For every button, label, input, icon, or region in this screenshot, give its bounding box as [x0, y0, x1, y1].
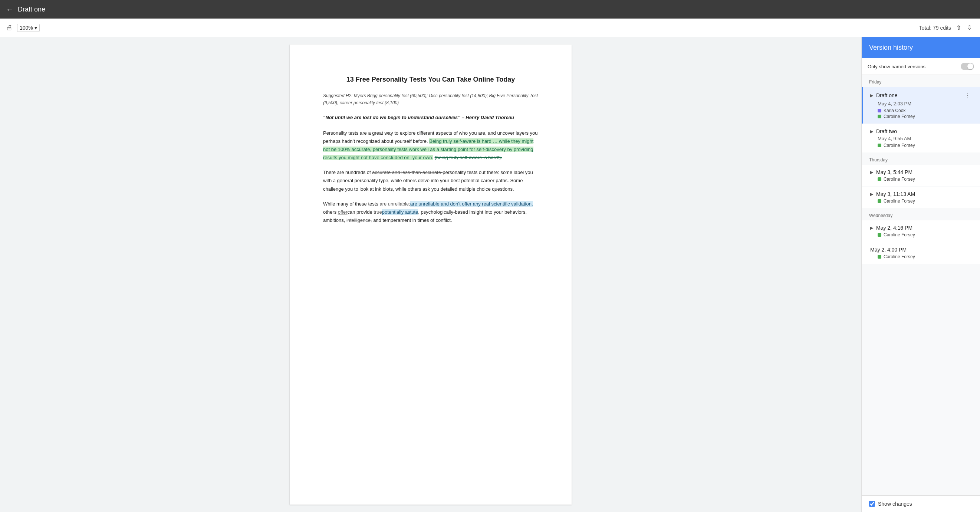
version-authors: Caroline Forsey: [870, 254, 972, 259]
show-changes-checkbox[interactable]: [869, 501, 875, 507]
para3-highlight: are unreliable and don’t offer any real …: [410, 201, 533, 207]
author-name: Caroline Forsey: [883, 232, 915, 237]
version-item-header: ▶Draft two: [870, 128, 972, 134]
doc-main-title: 13 Free Personality Tests You Can Take O…: [323, 74, 538, 85]
day-section: Thursday▶May 3, 5:44 PMCaroline Forsey▶M…: [862, 153, 980, 208]
para3-strike4: intelligence,: [347, 218, 372, 223]
version-item-header: May 2, 4:00 PM: [870, 247, 972, 253]
day-section: Wednesday▶May 2, 4:16 PMCaroline ForseyM…: [862, 208, 980, 264]
version-name: Draft one: [876, 92, 898, 98]
toggle-row: Only show named versions: [862, 58, 980, 75]
edit-count: Total: 79 edits ⇧ ⇩: [919, 23, 974, 32]
document-page: 13 Free Personality Tests You Can Take O…: [290, 45, 572, 504]
para3-strike3: true: [374, 209, 382, 215]
version-name: May 2, 4:16 PM: [876, 225, 913, 231]
version-expand-arrow[interactable]: ▶: [870, 192, 873, 197]
author-name: Caroline Forsey: [883, 254, 915, 259]
document-area: 13 Free Personality Tests You Can Take O…: [0, 37, 861, 512]
doc-suggested-text: Suggested H2: Myers Brigg personality te…: [323, 92, 538, 107]
print-icon[interactable]: 🖨: [6, 24, 13, 32]
author-name: Caroline Forsey: [883, 199, 915, 204]
zoom-arrow-icon: ▾: [35, 25, 37, 31]
version-item-header: ▶May 2, 4:16 PM: [870, 225, 972, 231]
author-row: Caroline Forsey: [878, 143, 972, 148]
version-name: May 3, 11:13 AM: [876, 191, 915, 197]
version-item[interactable]: ▶Draft one⋮May 4, 2:03 PMKarla CookCarol…: [862, 87, 980, 124]
author-row: Caroline Forsey: [878, 199, 972, 204]
version-authors: Karla CookCaroline Forsey: [870, 108, 972, 119]
version-arrow-title: ▶May 2, 4:16 PM: [870, 225, 913, 231]
day-label: Thursday: [862, 153, 980, 165]
version-item-header: ▶May 3, 11:13 AM: [870, 191, 972, 197]
author-name: Caroline Forsey: [883, 176, 915, 182]
nav-arrows: ⇧ ⇩: [954, 23, 974, 32]
version-item[interactable]: ▶May 3, 5:44 PMCaroline Forsey: [862, 165, 980, 186]
edit-count-label: Total: 79 edits: [919, 25, 951, 31]
para2-strike: accurate and less-than-accurate-: [372, 170, 442, 175]
doc-para-2: There are hundreds of accurate and less-…: [323, 169, 538, 193]
version-expand-arrow[interactable]: ▶: [870, 129, 873, 134]
sidebar-content: Friday▶Draft one⋮May 4, 2:03 PMKarla Coo…: [862, 75, 980, 495]
version-arrow-title: ▶May 3, 5:44 PM: [870, 169, 913, 175]
version-arrow-title: May 2, 4:00 PM: [870, 247, 907, 253]
named-versions-toggle[interactable]: [961, 63, 974, 70]
author-row: Karla Cook: [878, 108, 972, 113]
para3-after2: can provide: [348, 209, 374, 215]
author-color-dot: [878, 233, 881, 237]
author-color-dot: [878, 177, 881, 181]
version-more-button[interactable]: ⋮: [963, 91, 972, 99]
zoom-value: 100%: [20, 25, 33, 31]
version-item-header: ▶Draft one⋮: [870, 91, 972, 99]
version-timestamp: May 4, 2:03 PM: [870, 101, 972, 107]
version-authors: Caroline Forsey: [870, 143, 972, 148]
version-name: May 3, 5:44 PM: [876, 169, 913, 175]
author-color-dot: [878, 114, 881, 118]
para2-before: There are hundreds of: [323, 170, 372, 175]
day-label: Friday: [862, 75, 980, 87]
version-expand-arrow[interactable]: ▶: [870, 226, 873, 231]
prev-edit-button[interactable]: ⇧: [954, 23, 963, 32]
back-button[interactable]: ←: [6, 5, 13, 14]
version-timestamp: May 4, 9:55 AM: [870, 136, 972, 142]
author-color-dot: [878, 109, 881, 113]
version-name: Draft two: [876, 128, 897, 134]
version-item[interactable]: ▶Draft twoMay 4, 9:55 AMCaroline Forsey: [862, 124, 980, 153]
top-bar: ← Draft one: [0, 0, 980, 19]
para3-strike1: are unreliable;: [379, 201, 410, 207]
para3-before: While many of these tests: [323, 201, 379, 207]
version-sidebar: Version history Only show named versions…: [861, 37, 980, 512]
version-authors: Caroline Forsey: [870, 199, 972, 204]
para1-strikethrough: (being truly self-aware is hard!).: [435, 155, 502, 160]
version-authors: Caroline Forsey: [870, 176, 972, 182]
author-row: Caroline Forsey: [878, 232, 972, 237]
version-arrow-title: ▶Draft two: [870, 128, 897, 134]
version-item[interactable]: ▶May 3, 11:13 AMCaroline Forsey: [862, 187, 980, 208]
version-name: May 2, 4:00 PM: [870, 247, 907, 253]
toggle-knob: [967, 64, 973, 69]
version-item[interactable]: ▶May 2, 4:16 PMCaroline Forsey: [862, 220, 980, 242]
version-arrow-title: ▶Draft one: [870, 92, 898, 98]
day-section: Friday▶Draft one⋮May 4, 2:03 PMKarla Coo…: [862, 75, 980, 153]
day-label: Wednesday: [862, 208, 980, 220]
doc-para-1: Personality tests are a great way to exp…: [323, 129, 538, 162]
sidebar-footer: Show changes: [862, 495, 980, 512]
author-name: Caroline Forsey: [883, 114, 915, 119]
version-expand-arrow[interactable]: ▶: [870, 93, 873, 98]
toolbar: 🖨 100% ▾ Total: 79 edits ⇧ ⇩: [0, 19, 980, 37]
zoom-control[interactable]: 100% ▾: [17, 24, 40, 32]
version-authors: Caroline Forsey: [870, 232, 972, 237]
author-color-dot: [878, 143, 881, 147]
para3-strike2: offer: [338, 209, 348, 215]
next-edit-button[interactable]: ⇩: [965, 23, 974, 32]
author-name: Karla Cook: [883, 108, 905, 113]
version-item[interactable]: May 2, 4:00 PMCaroline Forsey: [862, 242, 980, 264]
show-changes-label: Show changes: [878, 501, 912, 507]
author-color-dot: [878, 255, 881, 259]
author-name: Caroline Forsey: [883, 143, 915, 148]
sidebar-title: Version history: [869, 44, 913, 51]
document-title: Draft one: [18, 6, 45, 13]
para3-after1: others: [323, 209, 338, 215]
para3-after3: potentially astute: [382, 209, 418, 215]
doc-quote: “Not until we are lost do we begin to un…: [323, 114, 538, 122]
version-expand-arrow[interactable]: ▶: [870, 170, 873, 175]
